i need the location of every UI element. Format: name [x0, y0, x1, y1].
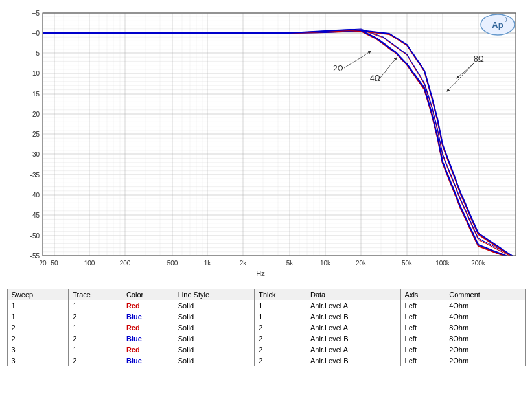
table-cell: 2: [255, 344, 306, 355]
table-cell: Solid: [174, 311, 255, 322]
table-cell: 3: [7, 355, 69, 366]
table-cell: 2Ohm: [445, 355, 525, 366]
table-cell: 1: [69, 300, 122, 311]
table-cell: Left: [400, 355, 445, 366]
table-cell: Left: [400, 300, 445, 311]
x-label-200k: 200k: [471, 260, 486, 267]
x-label-100: 100: [84, 260, 95, 267]
y-label-m45: -45: [30, 212, 40, 219]
table-cell: Solid: [174, 333, 255, 344]
table-row: 22BlueSolid2Anlr.Level BLeft8Ohm: [7, 333, 525, 344]
table-cell: Red: [122, 344, 174, 355]
y-label-p5: +5: [32, 10, 40, 17]
table-cell: Solid: [174, 344, 255, 355]
table-cell: Anlr.Level A: [306, 344, 400, 355]
x-label-20k: 20k: [355, 260, 366, 267]
y-label-m20: -20: [30, 111, 40, 118]
y-label-m50: -50: [30, 232, 40, 240]
annotation-4ohm: 4Ω: [370, 74, 380, 83]
col-header-trace: Trace: [69, 289, 122, 300]
table-cell: 4Ohm: [445, 311, 525, 322]
legend-table: Sweep Trace Color Line Style Thick Data …: [7, 289, 526, 366]
table-cell: Anlr.Level B: [306, 311, 400, 322]
table-cell: 2: [255, 322, 306, 333]
x-label-20: 20: [39, 260, 47, 267]
y-label-m15: -15: [30, 91, 40, 98]
table-cell: Solid: [174, 300, 255, 311]
x-label-100k: 100k: [435, 260, 450, 267]
table-cell: Red: [122, 300, 174, 311]
svg-text:): ): [505, 16, 507, 22]
col-header-line-style: Line Style: [174, 289, 255, 300]
table-cell: Left: [400, 344, 445, 355]
table-cell: 2: [7, 322, 69, 333]
table-cell: 2: [255, 333, 306, 344]
table-cell: 1: [7, 311, 69, 322]
y-label-m55: -55: [30, 253, 40, 260]
table-cell: Blue: [122, 333, 174, 344]
y-label-m25: -25: [30, 131, 40, 138]
table-row: 12BlueSolid1Anlr.Level BLeft4Ohm: [7, 311, 525, 322]
x-label-50k: 50k: [401, 260, 412, 267]
x-label-5k: 5k: [286, 260, 294, 267]
table-cell: 1: [69, 344, 122, 355]
table-row: 31RedSolid2Anlr.Level ALeft2Ohm: [7, 344, 525, 355]
x-axis-label: Hz: [256, 269, 265, 277]
table-cell: 8Ohm: [445, 333, 525, 344]
table-cell: 8Ohm: [445, 322, 525, 333]
table-cell: Anlr.Level B: [306, 355, 400, 366]
chart-area: +5 +0 -5 -10 -15 -20 -25 -30 -35 -40 -45…: [7, 6, 526, 285]
table-cell: 1: [7, 300, 69, 311]
table-cell: 1: [255, 300, 306, 311]
y-label-m30: -30: [30, 151, 40, 158]
col-header-thick: Thick: [255, 289, 306, 300]
col-header-sweep: Sweep: [7, 289, 69, 300]
table-cell: 2: [69, 333, 122, 344]
table-cell: 3: [7, 344, 69, 355]
x-label-500: 500: [167, 260, 178, 267]
table-cell: 1: [69, 322, 122, 333]
table-cell: 1: [255, 311, 306, 322]
table-cell: 4Ohm: [445, 300, 525, 311]
table-cell: Anlr.Level B: [306, 333, 400, 344]
col-header-axis: Axis: [400, 289, 445, 300]
x-label-50: 50: [51, 260, 58, 267]
annotation-8ohm: 8Ω: [474, 54, 484, 63]
col-header-color: Color: [122, 289, 174, 300]
y-label-0: +0: [32, 30, 40, 37]
table-cell: Left: [400, 333, 445, 344]
main-container: +5 +0 -5 -10 -15 -20 -25 -30 -35 -40 -45…: [0, 0, 532, 366]
table-cell: Left: [400, 322, 445, 333]
x-label-10k: 10k: [319, 260, 330, 267]
x-label-200: 200: [119, 260, 130, 267]
y-label-m40: -40: [30, 192, 40, 199]
table-cell: Blue: [122, 355, 174, 366]
x-label-1k: 1k: [203, 260, 211, 267]
y-label-m35: -35: [30, 172, 40, 179]
y-label-m10: -10: [30, 70, 40, 77]
table-cell: Blue: [122, 311, 174, 322]
table-cell: Anlr.Level A: [306, 300, 400, 311]
table-cell: 2: [69, 355, 122, 366]
table-cell: 2Ohm: [445, 344, 525, 355]
ap-logo: Ap ): [481, 14, 515, 35]
table-cell: 2: [69, 311, 122, 322]
table-cell: 2: [7, 333, 69, 344]
table-cell: Solid: [174, 355, 255, 366]
svg-text:Ap: Ap: [492, 20, 503, 30]
x-label-2k: 2k: [239, 260, 247, 267]
svg-rect-2: [43, 13, 516, 256]
col-header-comment: Comment: [445, 289, 525, 300]
y-label-m5: -5: [34, 50, 40, 57]
table-cell: Solid: [174, 322, 255, 333]
table-cell: Red: [122, 322, 174, 333]
annotation-2ohm: 2Ω: [333, 64, 343, 73]
table-cell: Anlr.Level A: [306, 322, 400, 333]
table-cell: Left: [400, 311, 445, 322]
table-row: 11RedSolid1Anlr.Level ALeft4Ohm: [7, 300, 525, 311]
table-cell: 2: [255, 355, 306, 366]
chart-svg: +5 +0 -5 -10 -15 -20 -25 -30 -35 -40 -45…: [7, 6, 526, 285]
table-row: 32BlueSolid2Anlr.Level BLeft2Ohm: [7, 355, 525, 366]
table-row: 21RedSolid2Anlr.Level ALeft8Ohm: [7, 322, 525, 333]
col-header-data: Data: [306, 289, 400, 300]
